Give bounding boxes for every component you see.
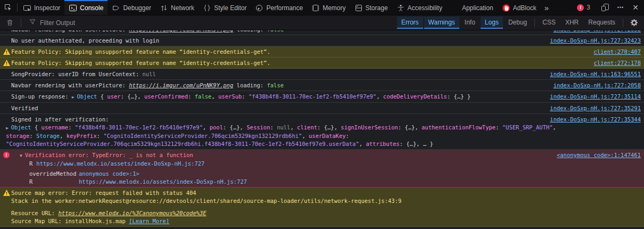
learn-more-link[interactable]: [Learn More] (129, 218, 169, 224)
error-count-button[interactable]: ! 3 (573, 4, 595, 11)
inspector-icon (23, 4, 31, 12)
error-badge-icon: ! (577, 4, 584, 11)
warning-icon (3, 60, 10, 67)
debugger-icon (112, 4, 120, 12)
console-line: Source Map URL: installHook.js.map [Lear… (11, 217, 639, 225)
tab-application[interactable]: Application (447, 0, 498, 15)
storage-icon (354, 4, 363, 12)
message-text: "CognitoIdentityServiceProvider.706qcim5… (103, 133, 302, 139)
message-text: No user authenticated, proceeding with l… (11, 37, 159, 44)
source-location-link[interactable]: <anonymous code>:1:147461 (557, 151, 641, 159)
tab-inspector[interactable]: Inspector (19, 0, 64, 15)
filter-css-button[interactable]: CSS (538, 17, 560, 29)
filter-output-input[interactable]: Filter Output (24, 18, 79, 27)
message-text: attributes (366, 141, 399, 147)
message-text: userDataKey (309, 133, 346, 139)
tab-accessibility[interactable]: Accessibility (392, 0, 447, 15)
memory-icon (311, 4, 320, 12)
inline-url-link[interactable]: https://i.imgur.com/uPnNK9Y.png (129, 30, 233, 32)
message-text: : (97, 133, 104, 139)
filter-errors-button[interactable]: Errors (397, 17, 423, 29)
stack-frame-link[interactable]: anonymous code>:1> (79, 170, 139, 177)
console-settings-button[interactable] (626, 19, 642, 27)
message-text: client (297, 124, 317, 130)
tab-label: Accessibility (408, 4, 442, 12)
gear-icon (630, 19, 638, 27)
tab-console[interactable]: Console (64, 0, 108, 15)
filter-xhr-button[interactable]: XHR (561, 17, 583, 29)
message-text: authenticationFlowType (422, 124, 496, 130)
console-line: SongProvider: userID from UserContext: n… (11, 70, 639, 78)
source-location-link[interactable]: client:270:407 (593, 48, 641, 56)
message-text: : (270, 124, 277, 130)
disclosure-caret-icon[interactable]: ▶ (72, 95, 77, 100)
filter-warnings-button[interactable]: Warnings (424, 17, 459, 29)
more-tabs-button[interactable]: » (541, 0, 552, 15)
source-location-link[interactable]: index-DoSxp-nH.js:727:35344 (550, 116, 641, 124)
filter-requests-button[interactable]: Requests (584, 17, 620, 29)
source-location-link[interactable]: index-DoSxp-nH.js:727:32423 (550, 37, 641, 45)
message-text: userConfirmed (144, 93, 188, 100)
message-text: Feature Policy: Skipping unsupported fea… (11, 48, 270, 55)
tab-label: Debugger (123, 4, 151, 12)
stack-frame-link[interactable]: https://www.melodx.io/assets/index-DoSxp… (79, 178, 247, 185)
console-message-row: SongProvider: userID from UserContext: n… (0, 69, 644, 80)
filter-debug-button[interactable]: Debug (504, 17, 531, 29)
source-location-link[interactable]: index-DoSxp-nH.js:727:2058 (554, 30, 641, 34)
message-text: : (68, 124, 75, 130)
tab-label: Memory (323, 4, 345, 12)
message-text: "CognitoIdentityServiceProvider.706qcim5… (6, 141, 359, 147)
message-text: { (35, 124, 42, 130)
message-text: Verification error: TypeError: _ is not … (25, 152, 193, 158)
close-devtools-button[interactable]: ✕ (628, 3, 643, 12)
console-line: Signed in after verification: (11, 116, 639, 124)
filter-logs-button[interactable]: Logs (481, 17, 503, 29)
meatball-menu-button[interactable]: ••• (613, 5, 628, 10)
source-location-link[interactable]: index-DoSxp-nH.js:727:2058 (554, 81, 641, 89)
tab-performance[interactable]: Performance (251, 0, 307, 15)
console-line: Source map error: Error: request failed … (11, 189, 639, 197)
message-text: : {…}, (121, 93, 144, 100)
console-message-row: Sign-up response: ▶ Object { user: {…}, … (0, 91, 644, 103)
source-location-link[interactable]: index-DoSxp-nH.js:163:96551 (550, 70, 641, 78)
tab-network[interactable]: Network (155, 0, 199, 15)
tab-memory[interactable]: Memory (307, 0, 350, 15)
inline-url-link[interactable]: https://www.melodx.io/%3Canonymous%20cod… (59, 210, 207, 216)
message-text: Signed in after verification: (11, 116, 109, 122)
disclosure-caret-icon[interactable]: ▶ (6, 126, 11, 130)
filterbar-separator (534, 19, 535, 27)
stack-frame-link[interactable]: https://www.melodx.io/assets/index-DoSxp… (36, 160, 204, 167)
message-text: , (359, 141, 366, 147)
warning-icon (3, 190, 10, 197)
network-icon (160, 4, 168, 12)
source-location-link[interactable]: index-DoSxp-nH.js:727:35114 (550, 93, 641, 101)
message-text: userSub (218, 93, 242, 100)
clear-output-button[interactable] (2, 19, 18, 27)
category-filter-group: CSSXHRRequests (538, 17, 620, 29)
message-text: loading: (233, 82, 267, 88)
toolbar-right-controls: ! 3 ••• ✕ (573, 0, 644, 15)
message-text: , (553, 124, 556, 130)
console-line: Rhttps://www.melodx.io/assets/index-DoSx… (29, 160, 639, 168)
tab-debugger[interactable]: Debugger (108, 0, 155, 15)
message-text: : (29, 133, 36, 139)
trash-icon (6, 19, 14, 27)
disclosure-caret-icon[interactable]: ▼ (20, 153, 25, 158)
message-text: "f438b4f8-3011-70ec-1ef2-fb5410ef97e9" (249, 93, 376, 100)
message-text: Feature Policy: Skipping unsupported fea… (11, 60, 270, 66)
tab-label: Application (462, 4, 493, 12)
inline-url-link[interactable]: https://i.imgur.com/uPnNK9Y.png (129, 82, 233, 88)
tab-adblock[interactable]: AdBlock (498, 0, 541, 15)
message-text: "USER_SRP_AUTH" (502, 124, 553, 130)
console-filterbar: Filter Output ErrorsWarningsInfoLogsDebu… (0, 15, 644, 30)
source-location-link[interactable]: index-DoSxp-nH.js:727:35291 (550, 104, 641, 112)
pick-element-button[interactable] (0, 0, 16, 15)
tab-style-editor[interactable]: Style Editor (199, 0, 251, 15)
error-icon: ! (3, 152, 10, 158)
filter-info-button[interactable]: Info (460, 17, 480, 29)
source-location-link[interactable]: client:272:178 (593, 59, 641, 67)
message-text: Source map error: Error: request failed … (11, 190, 196, 196)
tab-label: AdBlock (513, 4, 536, 12)
tab-storage[interactable]: Storage (350, 0, 392, 15)
responsive-design-mode-button[interactable] (597, 3, 613, 12)
